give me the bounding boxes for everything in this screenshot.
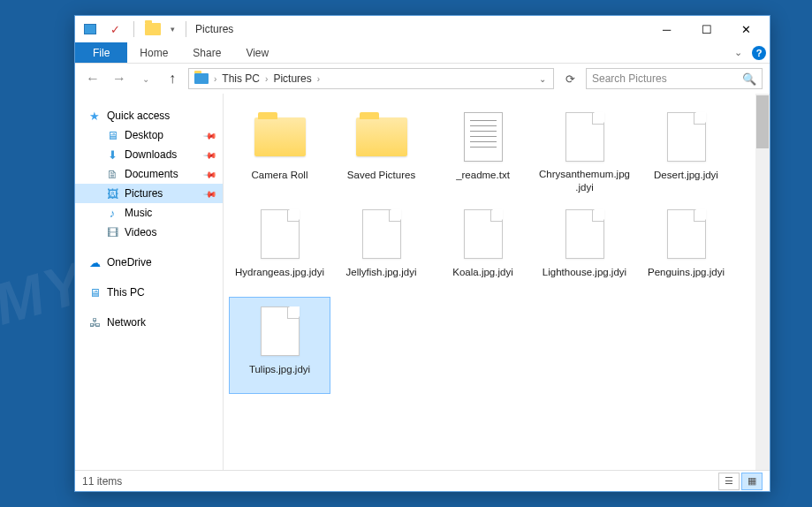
generic-file-icon	[658, 109, 715, 165]
documents-icon: 🗎	[105, 167, 119, 181]
back-button[interactable]: ←	[82, 68, 103, 89]
sidebar-item-label: Desktop	[125, 129, 163, 141]
file-item[interactable]: Saved Pictures	[330, 102, 432, 200]
breadcrumb-thispc[interactable]: This PC	[218, 72, 263, 85]
generic-file-icon	[557, 206, 613, 262]
qat-properties-button[interactable]	[80, 19, 100, 39]
window-body: ★ Quick access 🖥 Desktop 📌 ⬇ Downloads 📌…	[75, 94, 770, 470]
file-tab[interactable]: File	[75, 42, 127, 63]
file-item[interactable]: Koala.jpg.jdyi	[432, 200, 534, 297]
file-item[interactable]: Penguins.jpg.jdyi	[635, 200, 737, 297]
file-item[interactable]: Lighthouse.jpg.jdyi	[534, 200, 635, 297]
file-item-label: Penguins.jpg.jdyi	[648, 266, 725, 278]
sidebar-item-label: Pictures	[125, 187, 163, 200]
pin-icon: 📌	[203, 167, 217, 181]
up-button[interactable]: ↑	[162, 68, 183, 89]
sidebar-thispc[interactable]: 🖥 This PC	[75, 283, 223, 302]
sidebar-item-label: OneDrive	[107, 256, 152, 269]
file-item-label: Hydrangeas.jpg.jdyi	[235, 266, 324, 278]
file-item[interactable]: Desert.jpg.jdyi	[635, 102, 737, 200]
explorer-window: ✓ ▾ Pictures ─ ☐ ✕ File Home Share View …	[74, 15, 770, 492]
generic-file-icon	[252, 303, 308, 359]
items-grid: Camera RollSaved Pictures_readme.txtChry…	[229, 102, 764, 394]
file-item[interactable]: Chrysanthemum.jpg.jdyi	[534, 102, 635, 200]
generic-file-icon	[353, 206, 410, 262]
sidebar-item-pictures[interactable]: 🖼 Pictures 📌	[75, 184, 223, 203]
sidebar-onedrive[interactable]: ☁ OneDrive	[75, 253, 223, 272]
status-bar: 11 items ☰ ▦	[75, 470, 770, 491]
sidebar-item-videos[interactable]: 🎞 Videos	[75, 223, 223, 242]
file-item-label: Desert.jpg.jdyi	[654, 169, 718, 181]
address-folder-icon	[194, 73, 209, 84]
file-item[interactable]: Jellyfish.jpg.jdyi	[330, 200, 432, 297]
sidebar-item-label: This PC	[107, 286, 145, 299]
file-item-label: Chrysanthemum.jpg.jdyi	[538, 168, 631, 193]
file-item[interactable]: Hydrangeas.jpg.jdyi	[229, 200, 330, 297]
vertical-scrollbar[interactable]	[755, 94, 770, 470]
folder-icon	[353, 109, 410, 165]
qat-dropdown[interactable]: ▾	[168, 19, 177, 39]
music-icon: ♪	[105, 206, 119, 220]
sidebar-item-label: Documents	[125, 168, 178, 180]
folder-icon	[252, 109, 308, 165]
text-file-icon	[455, 109, 512, 165]
network-icon: 🖧	[87, 315, 102, 329]
view-details-button[interactable]: ☰	[718, 473, 740, 490]
sidebar-network[interactable]: 🖧 Network	[75, 313, 223, 332]
pin-icon: 📌	[203, 186, 217, 201]
qat-newfolder-button[interactable]: ✓	[105, 19, 125, 39]
downloads-icon: ⬇	[105, 148, 119, 162]
file-item-label: Koala.jpg.jdyi	[452, 266, 512, 278]
view-tab[interactable]: View	[233, 42, 281, 63]
search-input[interactable]: Search Pictures 🔍	[586, 68, 763, 89]
pin-icon: 📌	[203, 148, 217, 162]
sidebar-item-documents[interactable]: 🗎 Documents 📌	[75, 164, 223, 184]
quick-access-toolbar: ✓ ▾	[79, 19, 190, 39]
ribbon-expand-button[interactable]: ⌄	[727, 42, 748, 63]
chevron-right-icon: ›	[212, 74, 218, 84]
qat-separator-2	[186, 21, 186, 37]
sidebar-item-music[interactable]: ♪ Music	[75, 203, 223, 223]
share-tab[interactable]: Share	[180, 42, 233, 63]
file-item[interactable]: Camera Roll	[229, 102, 330, 200]
star-icon: ★	[87, 109, 102, 123]
generic-file-icon	[658, 206, 715, 262]
pictures-icon: 🖼	[105, 186, 119, 201]
scrollbar-thumb[interactable]	[756, 95, 769, 148]
refresh-button[interactable]: ⟳	[559, 68, 581, 89]
generic-file-icon	[252, 206, 308, 262]
file-item-label: Jellyfish.jpg.jdyi	[346, 266, 417, 278]
maximize-button[interactable]: ☐	[687, 17, 726, 42]
sidebar-item-label: Downloads	[125, 148, 177, 161]
home-tab[interactable]: Home	[127, 42, 180, 63]
navigation-pane: ★ Quick access 🖥 Desktop 📌 ⬇ Downloads 📌…	[75, 94, 224, 470]
address-bar[interactable]: › This PC › Pictures › ⌄	[188, 68, 554, 89]
onedrive-icon: ☁	[87, 255, 102, 269]
file-item[interactable]: _readme.txt	[432, 102, 534, 200]
sidebar-quick-access[interactable]: ★ Quick access	[75, 106, 223, 125]
minimize-button[interactable]: ─	[647, 17, 687, 42]
recent-locations-button[interactable]: ⌄	[135, 68, 156, 89]
sidebar-item-downloads[interactable]: ⬇ Downloads 📌	[75, 145, 223, 164]
window-icon	[143, 19, 163, 39]
file-item-label: Tulips.jpg.jdyi	[249, 363, 310, 375]
close-button[interactable]: ✕	[726, 17, 766, 42]
file-item[interactable]: Tulips.jpg.jdyi	[229, 297, 330, 394]
search-icon: 🔍	[742, 72, 756, 86]
ribbon-tabs: File Home Share View ⌄ ?	[75, 42, 770, 64]
items-view[interactable]: Camera RollSaved Pictures_readme.txtChry…	[224, 94, 770, 470]
pin-icon: 📌	[203, 128, 217, 142]
breadcrumb-pictures[interactable]: Pictures	[269, 72, 315, 85]
sidebar-item-desktop[interactable]: 🖥 Desktop 📌	[75, 125, 223, 145]
view-icons-button[interactable]: ▦	[741, 473, 763, 490]
qat-separator	[133, 21, 134, 37]
address-dropdown[interactable]: ⌄	[534, 74, 551, 84]
file-item-label: Saved Pictures	[347, 169, 415, 181]
titlebar: ✓ ▾ Pictures ─ ☐ ✕	[75, 16, 770, 42]
window-title: Pictures	[195, 23, 233, 35]
desktop-icon: 🖥	[105, 128, 119, 142]
thispc-icon: 🖥	[87, 285, 102, 299]
videos-icon: 🎞	[105, 225, 119, 239]
forward-button[interactable]: →	[109, 68, 130, 89]
help-button[interactable]: ?	[748, 42, 770, 63]
